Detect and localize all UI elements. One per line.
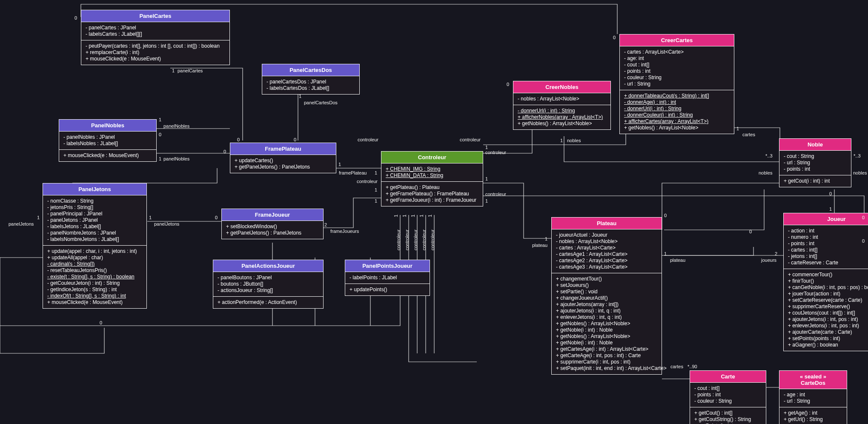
op: + getNobles() : ArrayList<Noble> <box>624 125 730 131</box>
role: controleur <box>396 229 401 250</box>
mult: 0 <box>223 149 226 154</box>
attr: - age : int <box>784 392 842 398</box>
class-Joueur: Joueur - action : int - numero : int - p… <box>783 213 868 351</box>
role: panelCartesDos <box>304 100 338 105</box>
op: + getNobles() : ArrayList<Noble> <box>518 120 606 127</box>
role: controleur <box>357 179 378 184</box>
mult: 1 <box>172 68 175 73</box>
op: + jouerTour(action : int) <box>788 291 868 297</box>
role: panelNobles <box>163 156 189 161</box>
op: + updateCartes() <box>235 158 332 164</box>
role: controleur <box>485 192 506 197</box>
attrs: - age : int - url : String <box>779 389 847 407</box>
op: + changementTour() <box>556 276 657 282</box>
op: - indexOf(t : String[], s : String) : in… <box>47 293 142 299</box>
attr: - action : int <box>788 228 868 234</box>
role: panelNobles <box>163 123 189 129</box>
ops: + updatePoints() <box>345 284 430 295</box>
mult: *..3 <box>765 153 773 158</box>
class-PanelNobles: PanelNobles - panelNobles : JPanel - lab… <box>59 119 157 162</box>
class-PanelCartes: PanelCartes - panelCartes : JPanel - lab… <box>81 10 230 65</box>
mult: 0 <box>159 132 161 137</box>
op: + update(appel : char, i : int, jetons :… <box>47 248 142 255</box>
class-title: Carte <box>690 371 766 383</box>
attr: - cartes : ArrayList<Carte> <box>556 245 657 251</box>
attr: - url : String <box>784 398 842 404</box>
attrs: - cout : int[] - points : int - couleur … <box>690 383 766 407</box>
op: + getUrl() : String <box>784 416 842 423</box>
op: - donnerUrl(i : int) : String <box>624 106 730 112</box>
attr: - cartes : int[] <box>788 247 868 253</box>
attr: - labelsNombreJetons : JLabel[] <box>47 236 142 243</box>
op: - donnerUrl(i : int) : String <box>518 108 606 114</box>
attr: - numero : int <box>788 234 868 241</box>
mult: 0 <box>237 137 240 142</box>
class-Plateau: Plateau - joueurActuel : Joueur - nobles… <box>551 217 662 375</box>
class-Controleur: Controleur + CHEMIN_IMG : String + CHEMI… <box>381 151 483 206</box>
op: + enleverJetons(i : int, pos : int) <box>788 323 868 329</box>
attr: - panelCartesDos : JPanel <box>266 79 355 85</box>
op: + getCarteAge(i : int, pos : int) : Cart… <box>556 352 657 359</box>
op: + getAge() : int <box>784 410 842 416</box>
class-title: « sealed » CarteDos <box>779 371 847 389</box>
mult: 1 <box>338 162 341 167</box>
op: + donnerTableauCout(s : String) : int[] <box>624 93 730 99</box>
attrs: - joueurActuel : Joueur - nobles : Array… <box>552 229 662 273</box>
op: + ajouterJetons(array : int[]) <box>556 301 657 308</box>
role: plateau <box>532 243 547 248</box>
mult: 0 <box>613 35 616 40</box>
mult: 1 <box>829 206 832 212</box>
op: + aGagner() : boolean <box>788 342 868 348</box>
attrs: - action : int - numero : int - points :… <box>784 225 868 269</box>
ops: + donnerTableauCout(s : String) : int[] … <box>620 90 734 134</box>
attr: - labelsNobles : JLabel[] <box>63 140 152 147</box>
op: - peutPayer(cartes : int[], jetons : int… <box>86 43 225 49</box>
mult: 1 <box>560 138 563 143</box>
attr: - url : String <box>784 160 847 166</box>
role: controleur <box>413 229 418 250</box>
role: plateau <box>670 258 685 263</box>
class-title: FrameJoueur <box>222 209 323 221</box>
ops: + getCout() : int[] + getCoutString() : … <box>690 407 766 424</box>
op: - cardinal(s : String[]) <box>47 261 142 267</box>
op: + enleverJetons(i : int, q : int) <box>556 314 657 321</box>
attr: - cartesAge1 : ArrayList<Carte> <box>556 251 657 258</box>
mult: 0 <box>664 213 667 218</box>
attr: - cartes : ArrayList<Carte> <box>624 49 730 55</box>
class-title: Noble <box>779 139 851 151</box>
class-PanelPointsJoueur: PanelPointsJoueur - labelPoints : JLabel… <box>345 260 430 296</box>
mult: 1 <box>427 215 433 217</box>
attrs: - panelCartes : JPanel - labelsCartes : … <box>81 22 229 40</box>
attrs: - nomClasse : String - jetonsPris : Stri… <box>43 195 146 246</box>
attr: - boutons : JButton[] <box>218 281 319 287</box>
ops: + update(appel : char, i : int, jetons :… <box>43 246 146 308</box>
mult: 1 <box>485 145 488 150</box>
op: + getNobles() : ArrayList<Noble> <box>556 333 657 340</box>
class-CreerNobles: CreerNobles - nobles : ArrayList<Noble> … <box>513 81 611 130</box>
mult: 1 <box>485 176 488 181</box>
attr: - points : int <box>788 241 868 247</box>
attr: - panelPrincipal : JPanel <box>47 211 142 217</box>
class-title: CreerNobles <box>513 81 610 93</box>
op: + remplacerCarte(i : int) <box>86 49 225 56</box>
class-Carte: Carte - cout : int[] - points : int - co… <box>690 370 766 424</box>
role: nobles <box>567 138 581 143</box>
op: + getCout(i : int) : int <box>784 178 847 184</box>
class-title: Plateau <box>552 218 662 229</box>
op: + supprimerCarteReserve() <box>788 304 868 310</box>
op: + setBlockedWindow() <box>226 223 319 230</box>
role: panelJetons <box>154 221 179 226</box>
op: - donnerAge(i : int) : int <box>624 99 730 106</box>
op: + setPartie() : void <box>556 289 657 295</box>
attr: - cout : int[] <box>694 385 762 392</box>
class-CreerCartes: CreerCartes - cartes : ArrayList<Carte> … <box>619 34 734 134</box>
class-Noble: Noble - cout : String - url : String - p… <box>779 138 851 187</box>
ops: + actionPerformed(e : ActionEvent) <box>213 297 323 308</box>
ops: + getCout(i : int) : int <box>779 175 851 187</box>
attr: + CHEMIN_DATA : String <box>386 172 478 179</box>
ops: + setBlockedWindow() + getPanelJetons() … <box>222 221 323 239</box>
role: controleur <box>485 150 506 155</box>
attr: - actionsJoueur : String[] <box>218 287 319 294</box>
mult: 2 <box>324 222 327 227</box>
op: + ajouterCarte(carte : Carte) <box>788 329 868 335</box>
